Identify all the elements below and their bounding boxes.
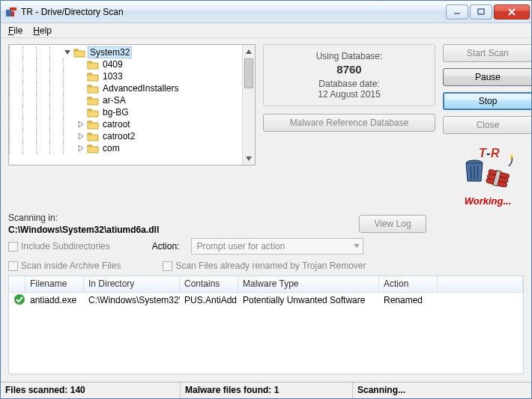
menu-file[interactable]: File <box>4 24 27 37</box>
tree-item[interactable]: 1033 <box>9 70 242 82</box>
tree-item-label: com <box>101 143 121 153</box>
app-icon <box>5 6 17 18</box>
expander-icon[interactable] <box>76 132 85 141</box>
tree-item-label: 0409 <box>101 59 124 70</box>
malware-reference-button[interactable]: Malware Reference Database <box>263 114 435 132</box>
tree-item[interactable]: 0409 <box>9 58 242 70</box>
svg-marker-8 <box>79 121 83 127</box>
db-number: 8760 <box>267 63 432 76</box>
action-label: Action: <box>152 241 180 252</box>
expander-icon[interactable] <box>76 120 85 129</box>
col-action[interactable]: Action <box>379 276 438 292</box>
table-header: Filename In Directory Contains Malware T… <box>9 276 523 293</box>
db-date: 12 August 2015 <box>267 89 432 100</box>
tree-item-label: bg-BG <box>101 107 130 118</box>
tree-item-label: System32 <box>88 46 132 58</box>
pause-button[interactable]: Pause <box>443 68 532 86</box>
svg-point-26 <box>14 294 25 305</box>
col-contains[interactable]: Contains <box>180 276 238 292</box>
cell-directory: C:\Windows\System32\ <box>84 293 180 307</box>
col-spacer[interactable] <box>438 276 523 292</box>
svg-rect-0 <box>6 10 11 16</box>
titlebar: TR - Drive/Directory Scan <box>1 1 531 23</box>
chevron-down-icon <box>354 244 360 249</box>
svg-rect-1 <box>10 7 16 10</box>
maximize-button[interactable] <box>470 4 492 19</box>
cell-type: Potentially Unwanted Software <box>238 293 379 307</box>
results-table: Filename In Directory Contains Malware T… <box>8 275 524 374</box>
database-info: Using Database: 8760 Database date: 12 A… <box>263 44 435 106</box>
close-button: Close <box>443 116 532 134</box>
cell-filename: antiadd.exe <box>25 293 84 307</box>
svg-marker-7 <box>64 50 70 55</box>
scan-archive-checkbox: Scan inside Archive Files <box>8 261 121 271</box>
svg-text:R: R <box>491 147 500 159</box>
menubar: File Help <box>1 23 531 38</box>
scan-renamed-checkbox: Scan Files already renamed by Trojan Rem… <box>163 261 366 271</box>
svg-marker-25 <box>354 244 360 248</box>
row-status-icon <box>9 292 25 309</box>
cell-contains: PUS.AntiAdd <box>180 293 238 307</box>
svg-marker-9 <box>79 133 83 139</box>
action-select: Prompt user for action <box>191 238 363 255</box>
minimize-button[interactable] <box>446 4 468 19</box>
expander-icon[interactable] <box>76 60 85 69</box>
tree-item[interactable]: bg-BG <box>9 106 242 118</box>
tree-item-label: catroot <box>101 119 132 130</box>
tree-item-label: AdvancedInstallers <box>101 83 180 94</box>
col-filename[interactable]: Filename <box>25 276 84 292</box>
expander-icon[interactable] <box>76 96 85 105</box>
expander-icon[interactable] <box>63 48 72 57</box>
expander-icon[interactable] <box>76 108 85 117</box>
col-malware-type[interactable]: Malware Type <box>238 276 379 292</box>
tree-item[interactable]: catroot <box>9 118 242 130</box>
expander-icon[interactable] <box>76 144 85 153</box>
start-scan-button: Start Scan <box>443 44 532 62</box>
scroll-up-icon[interactable] <box>243 45 255 58</box>
tree-item-label: catroot2 <box>101 131 136 141</box>
directory-tree[interactable]: System3204091033AdvancedInstallersar-SAb… <box>8 44 256 165</box>
expander-icon[interactable] <box>76 84 85 93</box>
tree-item[interactable]: catroot2 <box>9 130 242 142</box>
tree-item[interactable]: com <box>9 142 242 154</box>
db-using-label: Using Database: <box>267 51 432 61</box>
table-row[interactable]: antiadd.exeC:\Windows\System32\PUS.AntiA… <box>9 293 523 308</box>
tree-item[interactable]: System32 <box>9 46 242 58</box>
include-subdirs-checkbox: Include Subdirectories <box>8 241 110 252</box>
col-directory[interactable]: In Directory <box>84 276 180 292</box>
tree-item[interactable]: AdvancedInstallers <box>9 82 242 94</box>
tr-logo-icon: T - R <box>443 146 532 188</box>
stop-button[interactable]: Stop <box>443 92 532 110</box>
db-date-label: Database date: <box>267 79 432 89</box>
status-malware-found: Malware files found: 1 <box>181 383 353 398</box>
svg-text:-: - <box>486 147 490 159</box>
menu-help[interactable]: Help <box>28 24 56 37</box>
tree-item-label: ar-SA <box>101 95 127 106</box>
col-icon[interactable] <box>9 276 25 292</box>
window-title: TR - Drive/Directory Scan <box>21 7 446 17</box>
scanning-in-label: Scanning in: <box>8 213 336 223</box>
scroll-thumb[interactable] <box>244 58 253 88</box>
svg-rect-2 <box>11 11 14 16</box>
view-log-button[interactable]: View Log <box>359 215 426 233</box>
svg-marker-11 <box>246 49 252 54</box>
tree-item-label: 1033 <box>101 71 124 82</box>
tree-scrollbar[interactable] <box>242 45 255 165</box>
tree-item[interactable]: ar-SA <box>9 94 242 106</box>
svg-point-24 <box>510 155 513 158</box>
cell-action: Renamed <box>379 293 438 307</box>
scanning-path: C:\Windows\System32\atiumd6a.dll <box>8 225 336 235</box>
statusbar: Files scanned: 140 Malware files found: … <box>1 382 531 398</box>
expander-icon[interactable] <box>76 72 85 81</box>
svg-marker-10 <box>79 145 83 151</box>
status-files-scanned: Files scanned: 140 <box>1 383 181 398</box>
status-state: Scanning... <box>353 383 531 398</box>
svg-rect-4 <box>478 9 484 14</box>
working-label: Working... <box>443 195 532 207</box>
svg-marker-12 <box>246 156 252 161</box>
scroll-down-icon[interactable] <box>243 152 255 165</box>
close-window-button[interactable] <box>494 4 530 19</box>
